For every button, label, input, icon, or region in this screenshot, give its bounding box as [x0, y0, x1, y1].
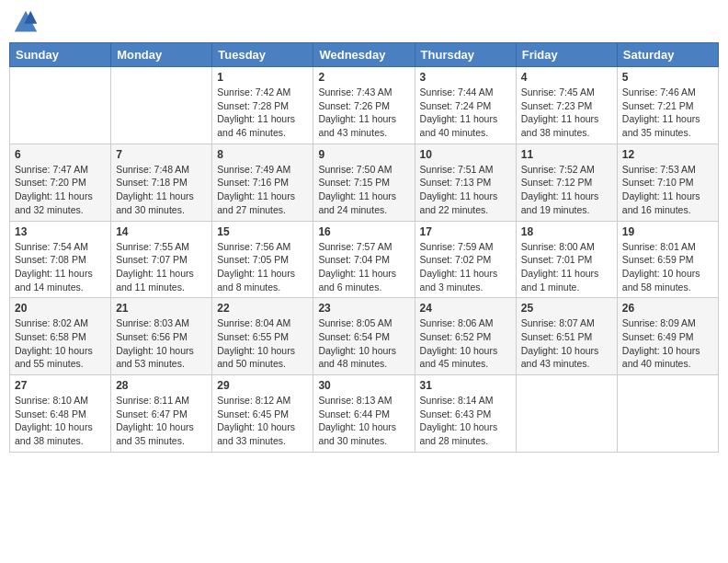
calendar-cell: 6 Sunrise: 7:47 AM Sunset: 7:20 PM Dayli… — [10, 144, 111, 221]
day-info: Sunrise: 7:59 AM Sunset: 7:02 PM Dayligh… — [420, 240, 511, 294]
day-number: 12 — [622, 148, 713, 161]
calendar-cell: 19 Sunrise: 8:01 AM Sunset: 6:59 PM Dayl… — [617, 221, 718, 298]
sunrise-text: Sunrise: 7:49 AM — [217, 164, 290, 175]
header-saturday: Saturday — [617, 43, 718, 67]
day-info: Sunrise: 8:02 AM Sunset: 6:58 PM Dayligh… — [15, 316, 106, 371]
day-info: Sunrise: 7:52 AM Sunset: 7:12 PM Dayligh… — [521, 163, 612, 217]
header-tuesday: Tuesday — [212, 43, 313, 67]
page-header — [9, 9, 719, 35]
sunrise-text: Sunrise: 7:48 AM — [116, 164, 189, 175]
daylight-text: Daylight: 10 hours and 45 minutes. — [420, 345, 498, 370]
day-number: 16 — [318, 225, 409, 238]
calendar-cell: 3 Sunrise: 7:44 AM Sunset: 7:24 PM Dayli… — [415, 67, 516, 144]
daylight-text: Daylight: 11 hours and 46 minutes. — [217, 113, 295, 138]
daylight-text: Daylight: 10 hours and 55 minutes. — [15, 345, 93, 370]
day-info: Sunrise: 7:48 AM Sunset: 7:18 PM Dayligh… — [116, 163, 207, 217]
sunset-text: Sunset: 7:01 PM — [521, 254, 593, 265]
sunrise-text: Sunrise: 7:43 AM — [318, 86, 392, 98]
day-number: 25 — [521, 302, 612, 315]
sunrise-text: Sunrise: 7:56 AM — [217, 241, 290, 252]
sunset-text: Sunset: 7:05 PM — [217, 254, 289, 265]
day-info: Sunrise: 8:04 AM Sunset: 6:55 PM Dayligh… — [217, 316, 308, 371]
day-number: 6 — [15, 148, 106, 161]
calendar-cell: 28 Sunrise: 8:11 AM Sunset: 6:47 PM Dayl… — [111, 375, 212, 453]
day-number: 9 — [318, 148, 409, 161]
day-number: 8 — [217, 148, 308, 161]
calendar-cell: 17 Sunrise: 7:59 AM Sunset: 7:02 PM Dayl… — [415, 221, 516, 298]
sunrise-text: Sunrise: 8:09 AM — [622, 317, 696, 328]
daylight-text: Daylight: 10 hours and 43 minutes. — [521, 345, 599, 370]
sunrise-text: Sunrise: 8:07 AM — [521, 317, 595, 328]
day-info: Sunrise: 7:43 AM Sunset: 7:26 PM Dayligh… — [318, 86, 409, 140]
daylight-text: Daylight: 10 hours and 28 minutes. — [420, 421, 498, 446]
calendar-cell — [516, 375, 617, 453]
day-info: Sunrise: 8:03 AM Sunset: 6:56 PM Dayligh… — [116, 316, 207, 371]
calendar-cell: 21 Sunrise: 8:03 AM Sunset: 6:56 PM Dayl… — [111, 298, 212, 375]
daylight-text: Daylight: 10 hours and 40 minutes. — [622, 345, 700, 370]
calendar-cell: 13 Sunrise: 7:54 AM Sunset: 7:08 PM Dayl… — [10, 221, 111, 298]
header-thursday: Thursday — [415, 43, 516, 67]
day-info: Sunrise: 8:13 AM Sunset: 6:44 PM Dayligh… — [318, 394, 409, 448]
daylight-text: Daylight: 11 hours and 32 minutes. — [15, 190, 93, 215]
calendar-week-1: 1 Sunrise: 7:42 AM Sunset: 7:28 PM Dayli… — [10, 67, 719, 144]
calendar-cell: 14 Sunrise: 7:55 AM Sunset: 7:07 PM Dayl… — [111, 221, 212, 298]
calendar-cell: 31 Sunrise: 8:14 AM Sunset: 6:43 PM Dayl… — [415, 375, 516, 453]
sunrise-text: Sunrise: 7:59 AM — [420, 241, 494, 252]
sunrise-text: Sunrise: 8:10 AM — [15, 395, 88, 406]
calendar-cell: 29 Sunrise: 8:12 AM Sunset: 6:45 PM Dayl… — [212, 375, 313, 453]
calendar-cell: 30 Sunrise: 8:13 AM Sunset: 6:44 PM Dayl… — [313, 375, 415, 453]
sunset-text: Sunset: 7:21 PM — [622, 100, 694, 111]
sunrise-text: Sunrise: 7:55 AM — [116, 241, 189, 252]
day-info: Sunrise: 7:54 AM Sunset: 7:08 PM Dayligh… — [15, 240, 106, 294]
calendar-cell: 11 Sunrise: 7:52 AM Sunset: 7:12 PM Dayl… — [516, 144, 617, 221]
sunset-text: Sunset: 6:47 PM — [116, 408, 188, 419]
logo — [13, 9, 42, 35]
day-info: Sunrise: 8:07 AM Sunset: 6:51 PM Dayligh… — [521, 316, 612, 371]
daylight-text: Daylight: 11 hours and 24 minutes. — [318, 190, 396, 215]
sunrise-text: Sunrise: 8:14 AM — [420, 395, 494, 406]
sunset-text: Sunset: 6:51 PM — [521, 331, 593, 342]
daylight-text: Daylight: 10 hours and 48 minutes. — [318, 345, 396, 370]
day-info: Sunrise: 7:44 AM Sunset: 7:24 PM Dayligh… — [420, 86, 511, 140]
calendar-cell: 7 Sunrise: 7:48 AM Sunset: 7:18 PM Dayli… — [111, 144, 212, 221]
daylight-text: Daylight: 11 hours and 14 minutes. — [15, 268, 93, 293]
day-info: Sunrise: 7:53 AM Sunset: 7:10 PM Dayligh… — [622, 163, 713, 217]
daylight-text: Daylight: 11 hours and 27 minutes. — [217, 190, 295, 215]
sunrise-text: Sunrise: 8:04 AM — [217, 317, 290, 328]
logo-icon — [13, 9, 39, 35]
day-number: 23 — [318, 302, 409, 315]
day-info: Sunrise: 8:10 AM Sunset: 6:48 PM Dayligh… — [15, 394, 106, 448]
sunset-text: Sunset: 7:10 PM — [622, 177, 694, 188]
sunrise-text: Sunrise: 7:57 AM — [318, 241, 392, 252]
daylight-text: Daylight: 10 hours and 35 minutes. — [116, 421, 194, 446]
day-info: Sunrise: 7:45 AM Sunset: 7:23 PM Dayligh… — [521, 86, 612, 140]
day-number: 30 — [318, 379, 409, 392]
day-number: 24 — [420, 302, 511, 315]
day-number: 29 — [217, 379, 308, 392]
day-number: 28 — [116, 379, 207, 392]
sunset-text: Sunset: 6:56 PM — [116, 331, 188, 342]
day-info: Sunrise: 7:50 AM Sunset: 7:15 PM Dayligh… — [318, 163, 409, 217]
daylight-text: Daylight: 10 hours and 50 minutes. — [217, 345, 295, 370]
sunrise-text: Sunrise: 8:02 AM — [15, 317, 88, 328]
sunset-text: Sunset: 6:44 PM — [318, 408, 390, 419]
calendar-cell: 5 Sunrise: 7:46 AM Sunset: 7:21 PM Dayli… — [617, 67, 718, 144]
calendar-cell: 23 Sunrise: 8:05 AM Sunset: 6:54 PM Dayl… — [313, 298, 415, 375]
day-number: 11 — [521, 148, 612, 161]
day-number: 20 — [15, 302, 106, 315]
calendar-cell: 1 Sunrise: 7:42 AM Sunset: 7:28 PM Dayli… — [212, 67, 313, 144]
calendar-cell — [111, 67, 212, 144]
daylight-text: Daylight: 11 hours and 35 minutes. — [622, 113, 700, 138]
sunrise-text: Sunrise: 8:06 AM — [420, 317, 494, 328]
day-number: 7 — [116, 148, 207, 161]
day-info: Sunrise: 8:01 AM Sunset: 6:59 PM Dayligh… — [622, 240, 713, 294]
sunset-text: Sunset: 6:49 PM — [622, 331, 694, 342]
daylight-text: Daylight: 11 hours and 3 minutes. — [420, 268, 498, 293]
day-info: Sunrise: 8:05 AM Sunset: 6:54 PM Dayligh… — [318, 316, 409, 371]
day-number: 27 — [15, 379, 106, 392]
daylight-text: Daylight: 11 hours and 38 minutes. — [521, 113, 599, 138]
header-friday: Friday — [516, 43, 617, 67]
calendar-week-2: 6 Sunrise: 7:47 AM Sunset: 7:20 PM Dayli… — [10, 144, 719, 221]
day-number: 2 — [318, 71, 409, 84]
sunrise-text: Sunrise: 7:50 AM — [318, 164, 392, 175]
